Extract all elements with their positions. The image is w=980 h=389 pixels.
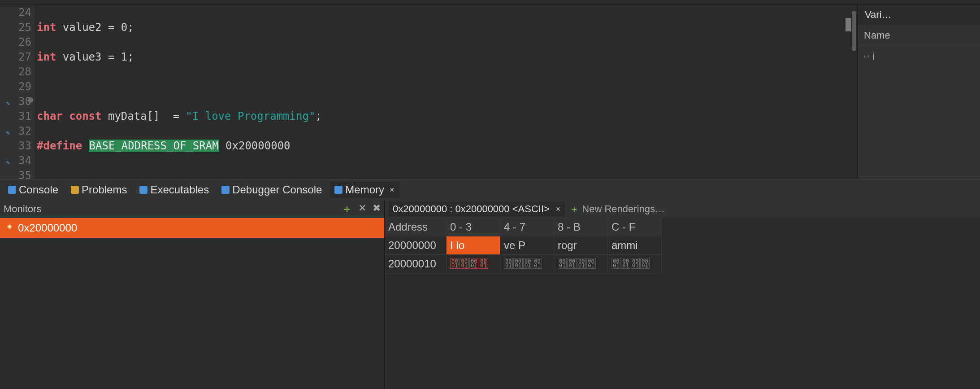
problems-icon xyxy=(71,186,79,194)
editor-scrollbar[interactable] xyxy=(852,11,856,51)
memory-cell-selected[interactable]: I lo xyxy=(447,236,500,255)
monitor-item[interactable]: 0x20000000 xyxy=(0,218,384,238)
memory-icon xyxy=(334,186,343,194)
rendering-tab[interactable]: 0x20000000 : 0x20000000 <ASCII> × xyxy=(388,201,565,217)
variables-tab[interactable]: Vari… xyxy=(858,4,980,25)
editor-tabs-bar xyxy=(0,0,980,4)
remove-all-monitors-icon[interactable]: ✖ xyxy=(373,202,381,216)
tab-console[interactable]: Console xyxy=(4,182,63,198)
gutter-marker-icon: ✎ xyxy=(2,155,10,163)
remove-monitor-icon[interactable]: ✕ xyxy=(358,202,366,216)
col-header-address: Address xyxy=(385,218,447,236)
bottom-tabs: Console Problems Executables Debugger Co… xyxy=(0,179,980,200)
code-content[interactable]: int value2 = 0; int value3 = 1; char con… xyxy=(35,4,857,179)
tab-problems[interactable]: Problems xyxy=(66,182,131,198)
console-icon xyxy=(8,186,16,194)
add-rendering-icon: ＋ xyxy=(569,202,579,216)
memory-table[interactable]: Address 0 - 3 4 - 7 8 - B C - F 20000000… xyxy=(385,218,980,389)
variable-name: i xyxy=(872,51,875,62)
memory-row[interactable]: 20000010 0001000100010001 00010001000100… xyxy=(385,255,980,273)
code-editor[interactable]: ✎ ✎ ✎ 24 25 26 27 28 29 30 31 32 33 34 3… xyxy=(0,4,857,179)
variable-row[interactable]: ▫▫ i xyxy=(864,51,974,62)
col-header-c-f: C - F xyxy=(608,218,662,236)
col-header-4-7: 4 - 7 xyxy=(500,218,554,236)
col-header-8-b: 8 - B xyxy=(554,218,608,236)
executables-icon xyxy=(139,186,147,194)
new-renderings-tab[interactable]: ＋ New Renderings… xyxy=(565,201,669,218)
debugger-console-icon xyxy=(221,186,230,194)
close-icon[interactable]: × xyxy=(556,205,561,214)
tab-executables[interactable]: Executables xyxy=(135,182,213,198)
fold-handle-icon[interactable] xyxy=(28,97,33,103)
col-header-0-3: 0 - 3 xyxy=(447,218,500,236)
tab-debugger-console[interactable]: Debugger Console xyxy=(217,182,326,198)
memory-row[interactable]: 20000000 I lo ve P rogr ammi xyxy=(385,236,980,255)
tab-memory[interactable]: Memory× xyxy=(330,182,399,198)
monitors-list: 0x20000000 xyxy=(0,218,384,389)
monitors-title: Monitors xyxy=(4,203,41,215)
variables-header-name: Name xyxy=(858,25,980,46)
add-monitor-icon[interactable]: ＋ xyxy=(342,202,352,216)
overview-ruler[interactable] xyxy=(846,18,851,31)
gutter-marker-icon: ✎ xyxy=(2,126,10,134)
variables-panel: Vari… Name ▫▫ i xyxy=(857,4,980,179)
gutter-marker-icon: ✎ xyxy=(2,96,10,104)
line-number-gutter: ✎ ✎ ✎ 24 25 26 27 28 29 30 31 32 33 34 3… xyxy=(0,4,35,179)
variable-icon: ▫▫ xyxy=(864,52,869,61)
close-icon[interactable]: × xyxy=(390,185,395,195)
